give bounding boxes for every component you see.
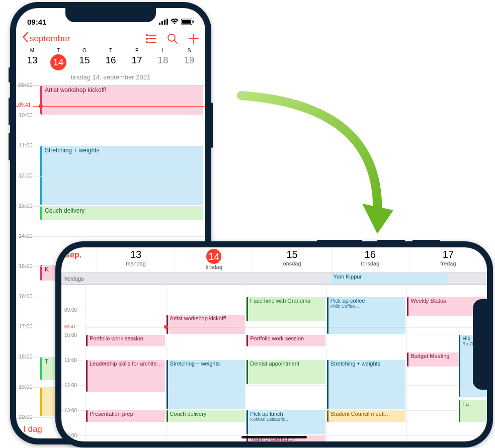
day-name: torsdag xyxy=(332,260,409,266)
event-title: Budget Meeting xyxy=(410,353,449,359)
event-block[interactable]: Portfolio work session xyxy=(86,335,165,346)
hour-label: 20:00 xyxy=(19,414,33,420)
week-day-17[interactable]: F17 xyxy=(124,48,150,70)
svg-rect-6 xyxy=(193,21,194,23)
current-time-label: 09:41 xyxy=(64,324,76,329)
hour-label: 10:00 xyxy=(19,112,33,118)
hour-label: 09:00 xyxy=(19,82,33,88)
svg-rect-5 xyxy=(182,20,191,24)
event-block[interactable]: Stretching + weights xyxy=(327,360,406,409)
week-day-15[interactable]: O15 xyxy=(71,48,98,70)
event-title: Stretching + weights xyxy=(170,361,220,367)
home-indicator[interactable] xyxy=(241,436,307,438)
day-number: 17 xyxy=(409,249,487,260)
event-title: Hik xyxy=(462,335,470,341)
day-name: onsdag xyxy=(253,260,331,266)
allday-col xyxy=(253,273,331,284)
hour-row: 09:00 xyxy=(16,85,205,116)
hour-label: 09:00 xyxy=(64,307,77,313)
month-label[interactable]: sep. xyxy=(61,247,97,272)
event-subtitle: Kokkari Estiatorio… xyxy=(250,417,323,422)
landscape-timeline[interactable]: 09:0010:0011:0012.0013:0014:00Portfolio … xyxy=(61,285,487,441)
allday-row: heldags Yom Kippur xyxy=(61,273,487,285)
event-block[interactable]: Portfolio work session xyxy=(246,335,325,346)
notch xyxy=(65,8,156,22)
day-name: tirsdag xyxy=(175,264,253,270)
today-button[interactable]: I dag xyxy=(23,424,42,434)
hour-label: 15:00 xyxy=(19,263,33,269)
land-day-14[interactable]: 14tirsdag xyxy=(175,247,253,272)
event-block[interactable]: Stretching + weights xyxy=(167,360,245,409)
event-block[interactable]: Dentist appointment xyxy=(246,360,325,384)
current-time-indicator: 09:41 xyxy=(16,106,205,107)
event-title: Weekly Status xyxy=(410,298,446,304)
hour-label: 11:00 xyxy=(19,142,33,148)
hour-label: 12.00 xyxy=(19,172,33,178)
week-day-19[interactable]: S19 xyxy=(176,48,202,70)
weekday-number: 16 xyxy=(98,55,124,66)
land-day-16[interactable]: 16torsdag xyxy=(331,247,409,272)
svg-point-11 xyxy=(146,41,147,42)
event-block[interactable]: Fa xyxy=(459,400,487,422)
event-title: Student Council meeti… xyxy=(331,411,390,417)
event-title: Pick up coffee xyxy=(331,298,365,304)
event-block[interactable]: Pick up lunchKokkari Estiatorio… xyxy=(246,410,325,434)
day-number: 13 xyxy=(97,249,175,260)
land-day-13[interactable]: 13mandag xyxy=(97,247,175,272)
list-view-button[interactable] xyxy=(146,34,157,43)
back-button[interactable]: september xyxy=(22,32,70,45)
event-block[interactable]: Pick up coffeePhilz Coffee… xyxy=(327,297,406,334)
event-block[interactable]: Couch delivery xyxy=(167,410,245,422)
week-day-14[interactable]: T14 xyxy=(45,48,71,70)
event-block[interactable]: Leadership skills for architects xyxy=(86,360,165,392)
event-block[interactable]: FaceTime with Grandma xyxy=(246,297,325,321)
event-block[interactable]: Student Council meeti… xyxy=(327,410,406,422)
event-block[interactable]: Artist workshop kickoff! xyxy=(167,315,245,334)
chevron-left-icon xyxy=(22,32,29,45)
event-title: Presentation prep xyxy=(90,411,133,417)
selected-date-label: tirsdag 14. september 2021 xyxy=(16,70,205,85)
svg-rect-1 xyxy=(161,21,163,25)
hour-label: 13:00 xyxy=(64,408,77,413)
weekday-number: 17 xyxy=(124,55,150,66)
svg-point-7 xyxy=(146,34,147,35)
allday-event[interactable]: Yom Kippur xyxy=(331,273,448,284)
week-day-18[interactable]: L18 xyxy=(150,48,176,70)
hour-label: 17:00 xyxy=(19,323,33,329)
event-title: Leadership skills for architects xyxy=(90,361,163,367)
current-time-indicator xyxy=(86,327,487,327)
event-block[interactable]: Presentation prep xyxy=(86,410,165,422)
hour-row: 11:00 xyxy=(16,146,205,176)
week-day-16[interactable]: T16 xyxy=(98,48,124,70)
hour-label: 14:00 xyxy=(19,233,33,239)
land-day-17[interactable]: 17fredag xyxy=(409,247,487,272)
phone-landscape-frame: sep. 13mandag14tirsdag15onsdag16torsdag1… xyxy=(55,241,493,447)
hour-label: 12.00 xyxy=(64,383,77,388)
event-title: FaceTime with Grandma xyxy=(250,298,310,304)
allday-label: heldags xyxy=(61,276,97,282)
hour-label: 13:00 xyxy=(19,203,33,209)
hour-label: 10:00 xyxy=(64,332,77,338)
svg-rect-0 xyxy=(159,23,160,25)
week-day-13[interactable]: M13 xyxy=(19,48,45,70)
hour-label: 19:00 xyxy=(19,384,33,390)
day-name: mandag xyxy=(97,260,175,266)
add-event-button[interactable] xyxy=(188,33,199,44)
event-title: Portfolio work session xyxy=(90,335,143,341)
search-button[interactable] xyxy=(167,33,178,44)
allday-col xyxy=(175,273,253,284)
day-number: 15 xyxy=(253,249,331,260)
event-title: Stretching + weights xyxy=(331,361,380,367)
day-number: 14 xyxy=(206,249,221,264)
notch xyxy=(473,299,487,390)
land-day-15[interactable]: 15onsdag xyxy=(253,247,331,272)
current-time-dot xyxy=(164,325,168,329)
weekday-number: 19 xyxy=(176,55,202,66)
weekday-letter: S xyxy=(176,48,202,53)
landscape-screen: sep. 13mandag14tirsdag15onsdag16torsdag1… xyxy=(61,247,487,441)
cellular-icon xyxy=(159,18,168,26)
svg-rect-2 xyxy=(164,20,166,25)
hour-label: 14:00 xyxy=(64,433,77,438)
svg-point-9 xyxy=(146,38,147,39)
back-label: september xyxy=(30,34,70,44)
